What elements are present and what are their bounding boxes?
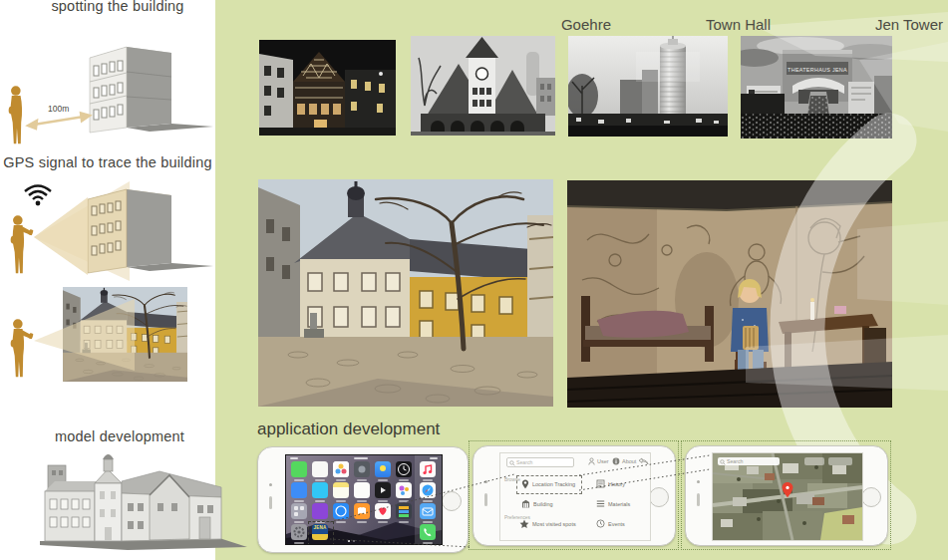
theater-sign-text: THEATERHAUS JENA bbox=[788, 67, 847, 73]
app-icon-reminders[interactable] bbox=[354, 482, 370, 498]
spotting-illustration: 100m bbox=[0, 20, 215, 155]
wifi-icon bbox=[25, 186, 51, 206]
menu-item-location-tracking[interactable]: Location Tracking bbox=[521, 479, 575, 489]
jen-tower-photo bbox=[568, 36, 728, 137]
dock-icon-safari[interactable] bbox=[420, 482, 436, 498]
page-dot bbox=[348, 540, 350, 542]
home-button[interactable] bbox=[649, 487, 669, 507]
home-button[interactable] bbox=[442, 491, 462, 511]
app-icon-calendar[interactable] bbox=[312, 461, 328, 477]
camera-dot bbox=[484, 480, 487, 483]
app-icon-camera[interactable] bbox=[354, 461, 370, 477]
app-icon-settings[interactable] bbox=[291, 524, 307, 540]
app-icon-clock[interactable] bbox=[396, 461, 412, 477]
poster: Goehre Town Hall Jen Tower Theater bbox=[0, 0, 948, 560]
toolbar-user[interactable]: User bbox=[588, 457, 609, 465]
app-icon-photos[interactable] bbox=[333, 461, 349, 477]
menu-item-most-visited[interactable]: Most visited spots bbox=[519, 519, 576, 529]
sidebar: spotting the building 1 bbox=[0, 0, 215, 560]
section-title-spotting: spotting the building bbox=[30, 0, 205, 14]
photo-label-goehre: Goehre bbox=[462, 16, 611, 33]
app-icon-ibooks[interactable] bbox=[354, 503, 370, 519]
speaker-slit bbox=[484, 493, 487, 506]
person-icon bbox=[11, 319, 34, 377]
camera-dot bbox=[697, 480, 700, 483]
clock-icon bbox=[596, 519, 605, 528]
page-dot bbox=[353, 540, 355, 542]
user-icon bbox=[588, 457, 595, 465]
app-icon-itunes[interactable] bbox=[312, 482, 328, 498]
camera-dot bbox=[269, 483, 272, 486]
town-hall-photo bbox=[411, 36, 555, 136]
map-search-placeholder: Search bbox=[727, 458, 743, 465]
map-toolbar-about bbox=[828, 457, 852, 465]
map-screen: Search bbox=[712, 452, 863, 541]
distance-arrow bbox=[28, 114, 90, 130]
materials-list-icon bbox=[596, 499, 605, 508]
menu-item-history[interactable]: History bbox=[596, 479, 625, 488]
app-icon-weather[interactable] bbox=[375, 461, 391, 477]
distance-label: 100m bbox=[48, 104, 69, 114]
model-development-illustration bbox=[10, 453, 249, 560]
app-icon-podcasts[interactable] bbox=[312, 503, 328, 519]
speaker-slit bbox=[269, 496, 272, 509]
app-icon-extras-folder[interactable] bbox=[291, 503, 307, 519]
person-icon bbox=[11, 215, 34, 273]
map-toolbar-user bbox=[804, 457, 824, 465]
section-title-model: model development bbox=[20, 428, 219, 444]
dock-icon-music[interactable] bbox=[420, 461, 436, 477]
menu-item-building[interactable]: Building bbox=[521, 499, 553, 508]
search-placeholder: Search bbox=[516, 459, 532, 466]
speaker-slit bbox=[697, 493, 700, 506]
phone-mockup-map: Search bbox=[685, 445, 888, 546]
menu-item-events[interactable]: Events bbox=[596, 519, 625, 528]
jena-highlight-box bbox=[308, 521, 334, 546]
theater-photo: THEATERHAUS JENA bbox=[741, 36, 892, 139]
back-arrow-icon[interactable] bbox=[638, 457, 649, 465]
app-icon-gamecenter[interactable] bbox=[396, 482, 412, 498]
search-input[interactable]: Search bbox=[506, 457, 574, 467]
menu-item-materials[interactable]: Materials bbox=[596, 499, 630, 508]
app-icon-passbook[interactable] bbox=[396, 503, 412, 519]
map-search-input[interactable]: Search bbox=[718, 457, 780, 465]
phone-mockup-home: JENA bbox=[257, 446, 469, 553]
home-screen: JENA bbox=[285, 454, 443, 545]
building-icon bbox=[521, 499, 530, 508]
dock-icon-phone[interactable] bbox=[420, 524, 436, 540]
app-development-heading: application development bbox=[257, 420, 440, 439]
interior-photo bbox=[567, 180, 892, 408]
courtyard-photo bbox=[258, 179, 553, 407]
info-icon bbox=[612, 457, 620, 465]
phone-mockup-menu: Search User About Browse Preferences Loc… bbox=[473, 445, 676, 546]
app-icon-appstore[interactable] bbox=[333, 503, 349, 519]
menu-screen: Search User About Browse Preferences Loc… bbox=[499, 452, 651, 541]
history-icon bbox=[596, 479, 605, 488]
photo-label-townhall: Town Hall bbox=[621, 16, 771, 33]
app-icon-messages[interactable] bbox=[291, 461, 307, 477]
person-icon bbox=[9, 86, 22, 143]
search-icon bbox=[509, 460, 515, 466]
app-icon-facetime[interactable] bbox=[291, 482, 307, 498]
satellite-map[interactable] bbox=[713, 453, 862, 540]
photo-label-jentower: Jen Tower bbox=[793, 16, 943, 33]
dock-icon-mail[interactable] bbox=[420, 503, 436, 519]
section-title-gps: GPS signal to trace the building bbox=[0, 154, 215, 170]
app-icon-notes[interactable] bbox=[333, 482, 349, 498]
gps-illustration bbox=[0, 177, 215, 401]
app-icon-health[interactable] bbox=[375, 503, 391, 519]
search-icon bbox=[720, 459, 726, 465]
goehre-photo bbox=[259, 40, 396, 136]
home-button[interactable] bbox=[861, 487, 881, 507]
toolbar-about[interactable]: About bbox=[612, 457, 636, 465]
app-icon-videos[interactable] bbox=[375, 482, 391, 498]
star-icon bbox=[519, 519, 529, 529]
pin-icon bbox=[521, 479, 529, 489]
